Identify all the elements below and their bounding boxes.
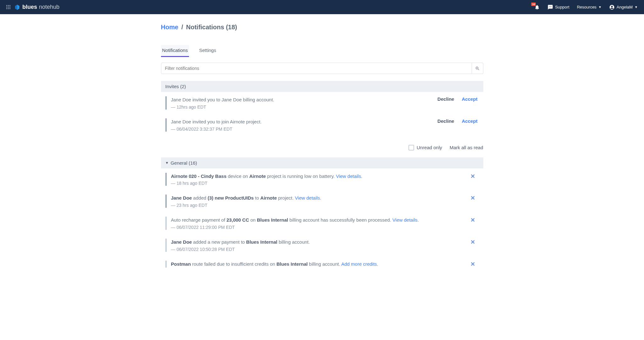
status-bar	[165, 261, 167, 268]
notification-time: — 18 hrs ago EDT	[171, 181, 468, 186]
invite-time: — 12hrs ago EDT	[171, 105, 438, 110]
view-details-link[interactable]: View details	[295, 195, 320, 201]
accept-button[interactable]: Accept	[462, 118, 477, 124]
decline-button[interactable]: Decline	[437, 96, 454, 102]
invite-text: Jane Doe invited you to join Airnote pro…	[171, 118, 438, 125]
invite-actions: DeclineAccept	[437, 118, 477, 124]
topbar: bluesnotehub 18 Support Resources ▼ Ange…	[0, 0, 644, 14]
status-bar	[165, 217, 167, 230]
notifications-bell[interactable]: 18	[534, 4, 540, 10]
svg-point-4	[611, 6, 613, 7]
notification-text: Jane Doe added a new payment to Blues In…	[171, 239, 468, 246]
main-container: Home / Notifications (18) Notifications …	[155, 14, 490, 272]
notification-body: Postman route failed due to insufficient…	[171, 261, 468, 268]
support-label: Support	[555, 5, 569, 9]
dismiss-button[interactable]: ✕	[468, 239, 478, 246]
general-title: General (16)	[170, 160, 197, 166]
chevron-down-icon: ▼	[635, 5, 638, 9]
invite-time: — 06/04/2022 3:32:37 PM EDT	[171, 127, 438, 132]
notification-body: Airnote 020 - Cindy Bass device on Airno…	[171, 173, 468, 186]
logo[interactable]: bluesnotehub	[14, 4, 59, 10]
notification-row: Jane Doe added (3) new ProductUIDs to Ai…	[161, 190, 483, 212]
notification-body: Jane Doe added (3) new ProductUIDs to Ai…	[171, 195, 468, 208]
checkbox-icon	[408, 145, 414, 150]
invites-list: Jane Doe invited you to Jane Doe billing…	[161, 92, 483, 136]
dismiss-button[interactable]: ✕	[468, 217, 478, 224]
topbar-right: 18 Support Resources ▼ AngelaM ▼	[534, 4, 638, 10]
dismiss-button[interactable]: ✕	[468, 195, 478, 201]
unread-bar	[165, 96, 167, 110]
invite-row: Jane Doe invited you to join Airnote pro…	[161, 114, 483, 136]
support-link[interactable]: Support	[547, 4, 569, 10]
unread-label: Unread only	[417, 145, 442, 150]
invite-row: Jane Doe invited you to Jane Doe billing…	[161, 92, 483, 114]
svg-point-0	[549, 6, 550, 7]
tab-settings[interactable]: Settings	[198, 45, 217, 57]
notification-row: Postman route failed due to insufficient…	[161, 256, 483, 272]
notification-time: — 06/07/2022 10:50:28 PM EDT	[171, 247, 468, 252]
view-details-link[interactable]: Add more credits	[341, 261, 377, 267]
status-bar	[165, 239, 167, 252]
user-menu[interactable]: AngelaM ▼	[609, 4, 638, 10]
resources-label: Resources	[577, 5, 597, 9]
apps-grid-icon[interactable]	[6, 5, 10, 9]
dismiss-button[interactable]: ✕	[468, 173, 478, 180]
notification-row: Airnote 020 - Cindy Bass device on Airno…	[161, 168, 483, 190]
invites-title: Invites (2)	[165, 84, 186, 89]
caret-down-icon: ▼	[165, 161, 169, 165]
invite-body: Jane Doe invited you to join Airnote pro…	[171, 118, 438, 132]
resources-menu[interactable]: Resources ▼	[577, 5, 602, 9]
invite-body: Jane Doe invited you to Jane Doe billing…	[171, 96, 438, 110]
view-details-link[interactable]: View details	[392, 217, 418, 223]
invite-actions: DeclineAccept	[437, 96, 477, 102]
accept-button[interactable]: Accept	[462, 96, 477, 102]
search-row	[161, 63, 483, 74]
svg-point-1	[550, 6, 551, 7]
logo-text-light: notehub	[39, 4, 59, 10]
topbar-left: bluesnotehub	[6, 4, 59, 10]
logo-text-bold: blues	[22, 4, 37, 10]
decline-button[interactable]: Decline	[437, 118, 454, 124]
filter-input[interactable]	[161, 63, 472, 74]
chat-icon	[547, 4, 553, 10]
dismiss-button[interactable]: ✕	[468, 261, 478, 268]
search-icon	[475, 66, 480, 71]
status-bar	[165, 173, 167, 186]
notification-text: Airnote 020 - Cindy Bass device on Airno…	[171, 173, 468, 180]
view-details-link[interactable]: View details	[336, 173, 361, 179]
svg-point-2	[551, 6, 552, 7]
unread-only-toggle[interactable]: Unread only	[408, 145, 442, 150]
notification-text: Jane Doe added (3) new ProductUIDs to Ai…	[171, 195, 468, 201]
breadcrumb: Home / Notifications (18)	[161, 14, 483, 31]
general-header[interactable]: ▼ General (16)	[161, 157, 483, 168]
notification-text: Auto recharge payment of 23,000 CC on Bl…	[171, 217, 468, 224]
notification-body: Auto recharge payment of 23,000 CC on Bl…	[171, 217, 468, 230]
mark-all-read[interactable]: Mark all as read	[450, 145, 483, 150]
user-label: AngelaM	[617, 5, 633, 9]
tab-notifications[interactable]: Notifications	[161, 45, 189, 57]
notification-body: Jane Doe added a new payment to Blues In…	[171, 239, 468, 252]
user-icon	[609, 4, 615, 10]
status-bar	[165, 195, 167, 208]
breadcrumb-current: Notifications (18)	[186, 24, 237, 31]
invites-header: Invites (2)	[161, 81, 483, 92]
notification-row: Jane Doe added a new payment to Blues In…	[161, 234, 483, 256]
breadcrumb-home[interactable]: Home	[161, 24, 179, 31]
notification-row: Auto recharge payment of 23,000 CC on Bl…	[161, 212, 483, 234]
invite-text: Jane Doe invited you to Jane Doe billing…	[171, 96, 438, 103]
notification-time: — 23 hrs ago EDT	[171, 203, 468, 208]
notification-time: — 06/07/2022 11:29:00 PM EDT	[171, 225, 468, 230]
notification-text: Postman route failed due to insufficient…	[171, 261, 468, 268]
bell-badge: 18	[531, 3, 536, 6]
filter-row: Unread only Mark all as read	[161, 145, 483, 150]
logo-icon	[14, 4, 20, 10]
unread-bar	[165, 118, 167, 132]
general-list: Airnote 020 - Cindy Bass device on Airno…	[161, 168, 483, 272]
chevron-down-icon: ▼	[598, 5, 602, 9]
breadcrumb-sep: /	[181, 24, 183, 31]
search-button[interactable]	[472, 63, 483, 74]
tabs: Notifications Settings	[161, 45, 483, 57]
